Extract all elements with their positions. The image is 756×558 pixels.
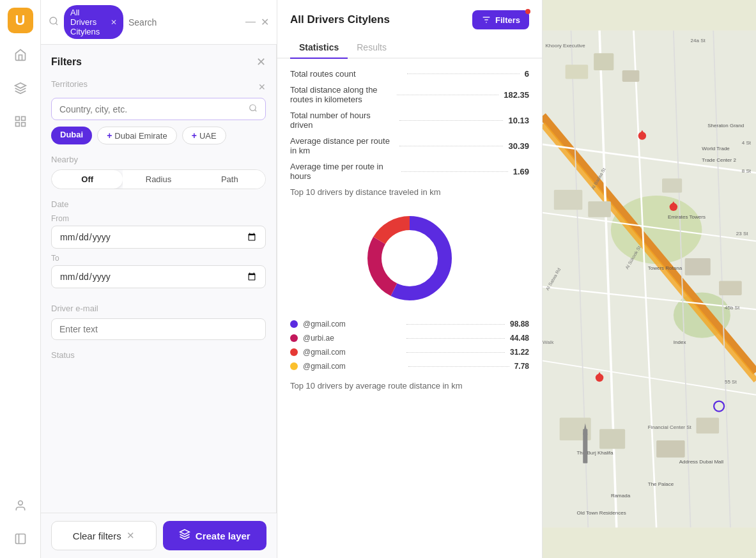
search-input[interactable] [128,17,240,27]
stat-dots-4 [399,146,504,146]
legend-item-3: @gmail.com 31.22 [290,348,529,357]
sidebar-toggle-icon[interactable] [9,527,32,550]
svg-text:Old Town Residences: Old Town Residences [576,510,626,516]
clear-x-icon: ✕ [127,530,135,541]
svg-rect-44 [599,429,625,449]
minimize-icon[interactable]: — [245,16,256,28]
sidebar-icons: U [0,0,41,558]
create-layer-label: Create layer [196,531,251,541]
tag-close-icon[interactable]: ✕ [111,18,117,27]
create-layer-button[interactable]: Create layer [163,521,267,550]
stat-label-5: Average time per route in hours [290,162,396,181]
legend-label-3: @gmail.com [303,348,401,357]
nearby-path-btn[interactable]: Path [194,170,265,189]
svg-rect-42 [719,281,742,295]
map-area: Khoory Executive 24a St Sheraton Grand W… [543,0,756,558]
tab-statistics[interactable]: Statistics [290,37,348,59]
stat-row-2: Total distance along the routes in kilom… [290,85,529,104]
territory-search-icon [249,104,258,114]
stat-row-4: Average distance per route in km 30.39 [290,136,529,155]
legend-item-4: @gmail.com 7.78 [290,362,529,371]
svg-rect-39 [588,201,611,217]
territory-tags: Dubai + Dubai Emirate + UAE [51,127,266,144]
home-icon[interactable] [9,43,32,66]
svg-rect-4 [21,123,25,127]
stat-dots-2 [397,95,498,95]
svg-rect-6 [15,534,25,544]
svg-rect-40 [662,178,682,192]
date-label: Date [51,199,266,209]
tag-uae[interactable]: + UAE [182,127,226,144]
svg-text:Address Dubai Mall: Address Dubai Mall [679,459,724,465]
donut-svg [346,207,474,309]
create-layer-icon [179,529,190,543]
nearby-radius-btn[interactable]: Radius [123,170,194,189]
svg-text:23 St: 23 St [736,231,748,236]
legend-value-4: 7.78 [514,362,529,371]
territory-input[interactable] [59,104,249,114]
nearby-off-btn[interactable]: Off [52,170,123,189]
stat-label-4: Average distance per route in km [290,136,394,155]
filters-header: Filters ✕ [51,55,266,69]
svg-rect-41 [685,258,711,275]
legend-dot-1 [290,320,298,328]
legend-dots-1 [406,324,505,325]
stat-label-1: Total routes count [290,69,402,79]
stat-label-2: Total distance along the routes in kilom… [290,85,392,104]
clear-filters-label: Clear filters [73,531,121,541]
tag-dubai-emirate[interactable]: + Dubai Emirate [97,127,177,144]
territories-clear-icon[interactable]: ✕ [258,82,266,92]
legend-value-3: 31.22 [510,348,529,357]
legend-value-1: 98.88 [510,320,529,329]
tag-dubai[interactable]: Dubai [51,127,92,144]
svg-text:Trade Center 2: Trade Center 2 [702,157,736,163]
svg-line-9 [56,23,58,25]
tag-uae-label: UAE [199,131,217,141]
date-from-input[interactable] [51,226,266,249]
stats-tabs: Statistics Results [277,29,542,59]
stat-dots-1 [407,74,519,74]
stats-content: Total routes count 6 Total distance alon… [277,59,542,558]
driver-email-label: Driver e-mail [51,304,266,313]
user-icon[interactable] [9,494,32,517]
search-tag-chip[interactable]: All Drivers Citylens ✕ [64,5,123,39]
svg-rect-36 [594,53,613,70]
svg-rect-38 [554,190,583,210]
nearby-label: Nearby [51,155,266,164]
legend-dot-4 [290,362,298,370]
svg-text:4 St: 4 St [742,140,752,146]
tab-results[interactable]: Results [348,37,396,59]
filters-badge-button[interactable]: Filters [472,10,529,29]
stats-panel: All Drivers Citylens Filters Statistics … [277,0,543,558]
grid-icon[interactable] [9,110,32,133]
legend-label-2: @urbi.ae [303,334,401,343]
svg-marker-12 [180,530,189,535]
svg-text:Sheraton Grand: Sheraton Grand [707,123,744,128]
stat-value-5: 1.69 [513,167,529,176]
clear-filters-button[interactable]: Clear filters ✕ [51,521,157,550]
svg-rect-46 [696,417,719,433]
driver-email-section: Driver e-mail [51,304,266,340]
close-search-icon[interactable]: ✕ [261,16,269,28]
svg-text:Emirates Towers: Emirates Towers [668,214,706,220]
legend-dots-2 [406,338,505,339]
legend-item-1: @gmail.com 98.88 [290,320,529,329]
main-panel: All Drivers Citylens ✕ — ✕ Filters ✕ Ter… [41,0,277,558]
svg-text:24a St: 24a St [691,38,706,43]
layers-icon[interactable] [9,77,32,100]
search-bar: All Drivers Citylens ✕ — ✕ [41,0,277,45]
territories-label: Territories [51,79,88,89]
svg-rect-1 [15,117,19,121]
logo-button[interactable]: U [8,8,33,33]
chart-title-2: Top 10 drivers by average route distance… [290,381,529,391]
search-bar-actions: — ✕ [245,16,269,28]
filters-close-icon[interactable]: ✕ [256,55,266,69]
territory-input-wrapper[interactable] [51,98,266,120]
svg-text:Khoory Executive: Khoory Executive [545,43,585,49]
svg-point-10 [250,105,256,111]
date-to-input[interactable] [51,265,266,288]
bottom-buttons: Clear filters ✕ Create layer [41,513,277,558]
stat-dots-5 [401,171,507,172]
driver-email-input[interactable] [51,318,266,340]
svg-rect-45 [656,440,685,458]
